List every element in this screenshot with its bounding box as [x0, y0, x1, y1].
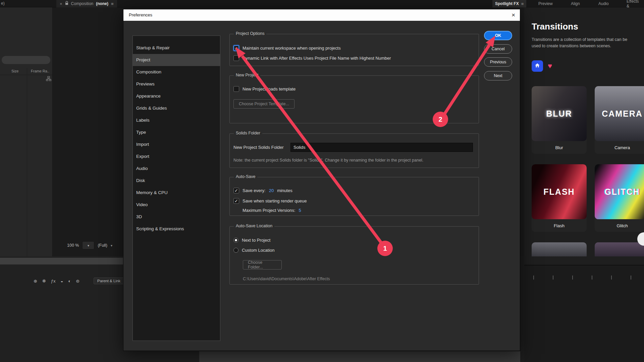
chevron-down-icon: ▾: [88, 244, 89, 247]
composition-tab-label: Composition: [71, 1, 94, 6]
project-options-group: Project Options Maintain current workspa…: [229, 34, 479, 66]
sidebar-item-3d[interactable]: 3D: [133, 211, 220, 223]
tab-audio[interactable]: Audio: [596, 0, 611, 7]
effects-icon[interactable]: ƒx: [51, 279, 56, 284]
transition-name: Camera: [595, 141, 644, 154]
auto-save-group: Auto-Save Save every: 20 minutes Save wh…: [229, 177, 479, 216]
next-button[interactable]: Next: [484, 71, 512, 80]
frame-blend-icon[interactable]: ◒: [61, 279, 63, 284]
next-to-project-label: Next to Project: [242, 238, 270, 243]
auto-save-path: C:\Users\david\Documents\Adobe\After Eff…: [243, 277, 330, 281]
sidebar-item-disk[interactable]: Disk: [133, 175, 220, 187]
draft-3d-icon[interactable]: ◐: [68, 279, 71, 284]
top-tab-bar: e) × Composition (none) ≡ Spotlight FX ≡…: [0, 0, 644, 7]
sidebar-item-composition[interactable]: Composition: [133, 66, 220, 78]
transition-card-glitch[interactable]: GLITCH Glitch: [595, 164, 644, 232]
dialog-titlebar[interactable]: Preferences ×: [123, 9, 520, 21]
transition-thumbnail-blur: BLUR: [532, 86, 587, 141]
parent-and-link-header[interactable]: Parent & Link: [94, 278, 124, 284]
sidebar-item-startup-repair[interactable]: Startup & Repair: [133, 42, 220, 54]
project-panel-field[interactable]: [2, 56, 50, 64]
tab-spotlight-fx[interactable]: Spotlight FX ≡: [492, 0, 526, 7]
tab-audio-label: Audio: [598, 1, 609, 6]
resolution-dropdown[interactable]: (Full): [98, 243, 107, 248]
transitions-description-line1: Transitions are a collection of template…: [532, 37, 642, 43]
next-to-project-radio[interactable]: [233, 238, 238, 243]
solids-folder-group: Solids Folder New Project Solids Folder …: [229, 133, 479, 168]
panel-menu-icon[interactable]: ≡: [521, 1, 524, 6]
transition-card-camera[interactable]: CAMERA Camera: [595, 86, 644, 154]
app-window: e) × Composition (none) ≡ Spotlight FX ≡…: [0, 0, 644, 362]
sidebar-item-type[interactable]: Type: [133, 126, 220, 138]
column-size[interactable]: Size: [11, 69, 18, 73]
solids-note: Note: the current project Solids folder …: [233, 158, 423, 163]
sidebar-item-import[interactable]: Import: [133, 138, 220, 150]
max-versions-value[interactable]: 5: [299, 208, 301, 213]
column-frame-rate[interactable]: Frame Ra..: [31, 69, 49, 73]
sidebar-item-grids-guides[interactable]: Grids & Guides: [133, 102, 220, 114]
auto-save-location-group: Auto-Save Location Next to Project Custo…: [229, 226, 479, 285]
cancel-button[interactable]: Cancel: [484, 44, 512, 54]
transition-card-flash[interactable]: FLASH Flash: [532, 164, 587, 232]
solids-folder-input[interactable]: Solids: [290, 143, 473, 152]
save-render-queue-checkbox[interactable]: [233, 198, 239, 204]
sidebar-item-audio[interactable]: Audio: [133, 163, 220, 175]
panel-menu-icon[interactable]: ≡: [111, 1, 114, 6]
sidebar-item-labels[interactable]: Labels: [133, 114, 220, 126]
dynamic-link-checkbox[interactable]: [233, 55, 239, 61]
close-tab-icon[interactable]: ×: [60, 1, 62, 6]
transition-card-blur[interactable]: BLUR Blur: [532, 86, 587, 154]
home-button[interactable]: [532, 60, 543, 72]
lock-icon: [65, 1, 68, 6]
sidebar-item-export[interactable]: Export: [133, 150, 220, 163]
transition-thumbnail-flash: FLASH: [532, 164, 587, 219]
project-panel: Size Frame Ra..: [0, 7, 53, 256]
custom-location-radio[interactable]: [233, 248, 238, 253]
sidebar-item-appearance[interactable]: Appearance: [133, 90, 220, 102]
graph-editor-icon[interactable]: ⊜: [76, 279, 79, 284]
composition-panel-tab[interactable]: × Composition (none) ≡: [56, 0, 117, 7]
thumbnail-art-text: FLASH: [543, 187, 575, 197]
previous-button[interactable]: Previous: [484, 57, 512, 67]
solids-folder-label: New Project Solids Folder: [233, 145, 284, 150]
tab-preview[interactable]: Preview: [536, 0, 555, 7]
chevron-down-icon: ▾: [111, 244, 112, 247]
project-panel-column-headers: Size Frame Ra..: [0, 68, 53, 75]
motion-blur-icon[interactable]: ✻: [42, 279, 46, 284]
maintain-workspace-label: Maintain current workspace when opening …: [243, 46, 341, 51]
sidebar-item-previews[interactable]: Previews: [133, 78, 220, 90]
home-icon: [534, 62, 540, 70]
flowchart-icon[interactable]: [46, 76, 51, 82]
group-title: New Project: [234, 73, 260, 77]
transition-name: Glitch: [595, 219, 644, 232]
zoom-dropdown-button[interactable]: ▾: [82, 241, 94, 249]
ok-button[interactable]: OK: [484, 31, 512, 40]
sidebar-item-project[interactable]: Project: [133, 54, 220, 66]
loads-template-checkbox[interactable]: [233, 86, 239, 92]
sidebar-item-scripting-expressions[interactable]: Scripting & Expressions: [133, 223, 220, 235]
group-title: Auto-Save: [234, 174, 257, 179]
transition-card-partial[interactable]: [595, 242, 644, 256]
tab-spotlight-fx-label: Spotlight FX: [495, 1, 519, 6]
group-title: Project Options: [234, 31, 266, 36]
transition-thumbnail-camera: CAMERA: [595, 86, 644, 141]
maintain-workspace-checkbox[interactable]: [233, 45, 239, 51]
tab-align[interactable]: Align: [568, 0, 583, 7]
custom-location-label: Custom Location: [242, 248, 275, 253]
partial-tab-label: e): [1, 1, 5, 6]
tab-effects[interactable]: Effects &: [624, 0, 644, 7]
transition-card-partial[interactable]: [532, 242, 587, 256]
zoom-level[interactable]: 100 %: [67, 243, 79, 248]
sidebar-item-memory-cpu[interactable]: Memory & CPU: [133, 187, 220, 199]
sidebar-item-video[interactable]: Video: [133, 199, 220, 211]
dialog-title: Preferences: [129, 9, 152, 21]
dynamic-link-label: Dynamic Link with After Effects Uses Pro…: [243, 56, 391, 61]
transition-name: Flash: [532, 219, 587, 232]
favorites-heart-icon[interactable]: ♥: [548, 62, 552, 70]
choose-project-template-button[interactable]: Choose Project Template...: [233, 99, 294, 109]
live-update-icon[interactable]: ⊕: [34, 279, 37, 284]
choose-folder-button[interactable]: Choose Folder...: [243, 260, 282, 269]
close-icon[interactable]: ×: [512, 9, 515, 21]
save-every-checkbox[interactable]: [233, 188, 239, 193]
save-interval-value[interactable]: 20: [269, 188, 274, 193]
